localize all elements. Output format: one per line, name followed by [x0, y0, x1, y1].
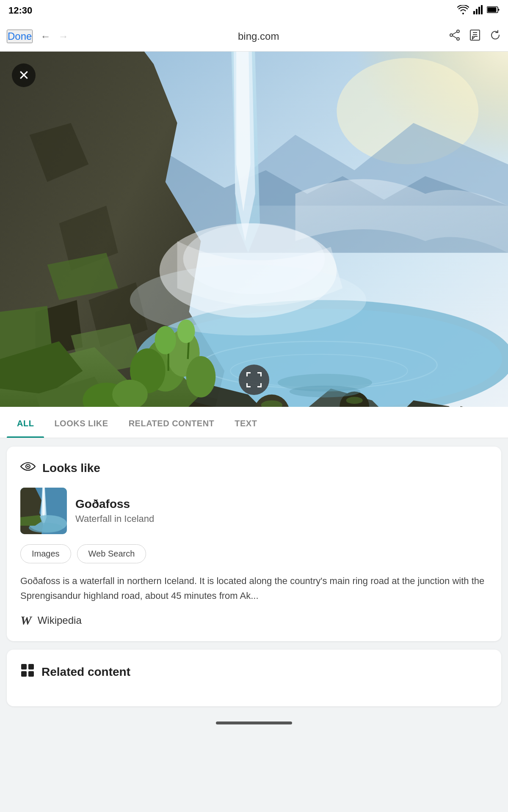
close-button[interactable]: ✕ — [12, 63, 36, 87]
svg-rect-47 — [28, 664, 34, 669]
back-button[interactable]: ← — [40, 30, 50, 42]
svg-point-23 — [130, 265, 366, 335]
svg-point-6 — [457, 30, 459, 33]
done-button[interactable]: Done — [7, 30, 33, 43]
related-content-header: Related content — [20, 663, 488, 681]
svg-rect-1 — [476, 9, 478, 14]
result-item: Goðafoss Waterfall in Iceland — [20, 488, 488, 534]
home-indicator — [0, 715, 508, 733]
content-area: Looks like Goðafoss Waterfall in Iceland — [0, 438, 508, 715]
related-content-title: Related content — [41, 665, 130, 679]
svg-line-9 — [453, 32, 457, 34]
scan-icon — [246, 372, 262, 387]
related-content-card: Related content — [7, 650, 501, 706]
looks-like-header: Looks like — [20, 460, 488, 476]
tab-all[interactable]: ALL — [7, 407, 44, 438]
wikipedia-label: Wikipedia — [38, 614, 82, 626]
home-bar[interactable] — [216, 721, 292, 724]
result-actions: Images Web Search — [20, 544, 488, 563]
wifi-icon — [457, 5, 469, 16]
share-button[interactable] — [449, 29, 461, 44]
url-display: bing.com — [76, 30, 441, 42]
wikipedia-link[interactable]: W Wikipedia — [20, 613, 488, 628]
result-thumbnail[interactable] — [20, 488, 67, 534]
svg-rect-2 — [478, 7, 480, 14]
svg-rect-5 — [488, 7, 497, 12]
svg-point-31 — [177, 319, 195, 343]
images-chip[interactable]: Images — [20, 544, 71, 563]
eye-icon — [20, 460, 36, 476]
result-name: Goðafoss — [75, 497, 488, 511]
tab-text[interactable]: TEXT — [224, 407, 267, 438]
forward-button[interactable]: → — [58, 30, 68, 42]
looks-like-title: Looks like — [42, 461, 100, 475]
svg-line-10 — [453, 36, 457, 38]
svg-point-8 — [457, 38, 459, 40]
grid-icon — [20, 663, 35, 681]
result-body-text: Goðafoss is a waterfall in northern Icel… — [20, 573, 488, 603]
svg-point-42 — [27, 466, 29, 467]
result-info: Goðafoss Waterfall in Iceland — [75, 497, 488, 524]
svg-rect-49 — [28, 671, 34, 677]
hero-image: ✕ — [0, 52, 508, 407]
svg-point-40 — [290, 386, 360, 398]
browser-actions — [449, 29, 501, 44]
browser-bar: Done ← → bing.com — [0, 21, 508, 52]
web-search-chip[interactable]: Web Search — [77, 544, 146, 563]
svg-rect-46 — [21, 664, 27, 669]
svg-point-38 — [346, 397, 363, 404]
tab-related-content[interactable]: RELATED CONTENT — [119, 407, 225, 438]
signal-icon — [473, 5, 483, 16]
scan-button[interactable] — [239, 365, 269, 395]
svg-point-27 — [186, 356, 216, 398]
refresh-button[interactable] — [489, 29, 501, 44]
svg-point-29 — [155, 326, 176, 354]
svg-rect-3 — [481, 5, 483, 14]
status-icons — [457, 5, 500, 16]
looks-like-card: Looks like Goðafoss Waterfall in Iceland — [7, 447, 501, 641]
battery-icon — [487, 6, 500, 15]
wikipedia-w-icon: W — [20, 613, 32, 628]
add-to-reading-button[interactable] — [469, 29, 481, 44]
svg-rect-48 — [21, 671, 27, 677]
status-bar: 12:30 — [0, 0, 508, 21]
svg-point-7 — [450, 34, 453, 36]
svg-rect-0 — [473, 11, 475, 14]
status-time: 12:30 — [8, 5, 32, 16]
tabs-bar: ALL LOOKS LIKE RELATED CONTENT TEXT — [0, 407, 508, 438]
tab-looks-like[interactable]: LOOKS LIKE — [44, 407, 118, 438]
result-description: Waterfall in Iceland — [75, 513, 488, 524]
